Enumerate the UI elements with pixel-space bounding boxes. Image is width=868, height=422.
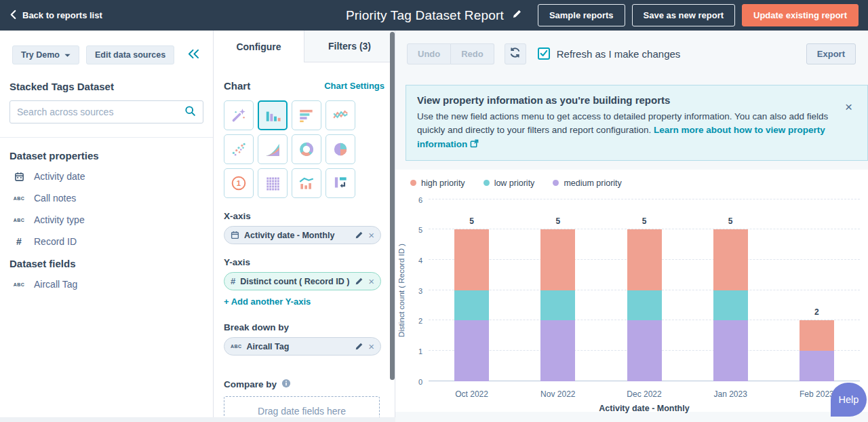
help-button[interactable]: Help (831, 383, 867, 417)
search-icon[interactable] (184, 105, 196, 119)
legend-item-medium-priority[interactable]: medium priority (553, 178, 621, 188)
info-icon[interactable] (281, 379, 291, 390)
bar-segment-medium-priority[interactable] (454, 320, 489, 381)
refresh-as-changes-checkbox[interactable] (538, 47, 550, 60)
chart-type-table-button[interactable] (258, 168, 288, 198)
tab-filters[interactable]: Filters (3) (304, 31, 395, 62)
sample-reports-button[interactable]: Sample reports (538, 4, 625, 26)
undo-button[interactable]: Undo (407, 43, 451, 64)
horizontal-scroll-track (0, 417, 395, 422)
bar-segment-medium-priority[interactable] (540, 320, 575, 381)
search-sources-box (9, 100, 203, 123)
collapse-sidebar-button[interactable] (186, 47, 201, 62)
line-icon (332, 107, 349, 124)
y-tick-label: 2 (406, 317, 422, 325)
chart-type-combo-button[interactable] (292, 168, 321, 198)
list-item-record-id[interactable]: #Record ID (0, 231, 213, 252)
bar-total-label: 5 (713, 216, 747, 226)
bar-segment-high-priority[interactable] (800, 320, 834, 351)
bar-segment-low-priority[interactable] (713, 290, 748, 321)
legend-label: medium priority (564, 178, 621, 188)
try-demo-dropdown[interactable]: Try Demo (12, 45, 79, 64)
bar-segment-medium-priority[interactable] (800, 351, 834, 381)
legend-item-low-priority[interactable]: low priority (484, 178, 535, 188)
refresh-button[interactable] (505, 43, 526, 64)
area-icon (264, 140, 281, 158)
legend-item-high-priority[interactable]: high priority (410, 178, 465, 188)
x-axis-chip[interactable]: Activity date - Monthly × (224, 226, 381, 244)
chart-type-flow-button[interactable] (326, 168, 355, 198)
remove-y-axis-icon[interactable]: × (368, 276, 374, 286)
y-tick-label: 6 (406, 196, 422, 204)
chart-settings-link[interactable]: Chart Settings (324, 81, 384, 91)
bar-segment-high-priority[interactable] (540, 229, 575, 290)
bar-segment-high-priority[interactable] (454, 229, 489, 290)
number-hash-icon: # (13, 236, 25, 247)
chart-type-area-button[interactable] (258, 134, 288, 164)
edit-pencil-icon[interactable] (355, 231, 363, 239)
update-existing-report-button[interactable]: Update existing report (742, 4, 859, 26)
list-item-aircall-tag[interactable]: ABCAircall Tag (0, 273, 213, 295)
list-item-label: Activity date (34, 171, 85, 182)
bar-icon (298, 107, 315, 124)
search-input[interactable] (17, 107, 184, 117)
edit-data-sources-button[interactable]: Edit data sources (86, 45, 174, 64)
bar-segment-low-priority[interactable] (540, 290, 575, 321)
data-sources-sidebar: Try Demo Edit data sources Stacked Tags … (0, 31, 214, 422)
x-tick-label: Oct 2022 (441, 389, 502, 399)
edit-title-pencil-icon[interactable] (512, 9, 522, 22)
external-link-icon (470, 139, 479, 149)
single-value-icon: 1 (230, 174, 248, 192)
x-axis-chip-label: Activity date - Monthly (244, 231, 350, 240)
chart-type-scatter-button[interactable] (224, 134, 254, 164)
chart-type-pie-button[interactable] (326, 134, 355, 164)
y-axis-chip[interactable]: # Distinct count ( Record ID ) × (224, 272, 381, 290)
chart-type-single-value-button[interactable]: 1 (224, 168, 254, 198)
banner-close-icon[interactable]: × (845, 100, 852, 113)
chart-type-line-button[interactable] (326, 100, 355, 130)
back-to-reports-link[interactable]: Back to reports list (9, 9, 102, 22)
list-item-call-notes[interactable]: ABCCall notes (0, 187, 213, 209)
export-button[interactable]: Export (806, 43, 856, 64)
stacked-bar-chart: Distinct count ( Record ID ) Activity da… (429, 199, 860, 381)
break-down-chip[interactable]: ABC Aircall Tag × (224, 337, 381, 356)
bar-total-label: 2 (800, 307, 833, 317)
bar-segment-low-priority[interactable] (454, 290, 489, 321)
list-item-activity-date[interactable]: Activity date (0, 166, 213, 187)
tab-configure[interactable]: Configure (214, 31, 304, 62)
bar-total-label: 5 (541, 216, 575, 226)
bar-segment-medium-priority[interactable] (627, 320, 662, 381)
redo-button[interactable]: Redo (451, 43, 494, 64)
pie-icon (332, 140, 349, 158)
x-axis-label: X-axis (224, 211, 384, 221)
chart-section-title: Chart (224, 80, 250, 92)
bar-segment-medium-priority[interactable] (713, 320, 748, 381)
legend-label: high priority (421, 178, 465, 188)
table-icon (264, 174, 281, 192)
y-tick-label: 0 (406, 378, 422, 386)
refresh-checkbox-label[interactable]: Refresh as I make changes (557, 48, 681, 60)
add-another-y-axis-link[interactable]: + Add another Y-axis (224, 296, 311, 307)
scatter-icon (230, 140, 248, 158)
chart-type-magic-wand-button[interactable] (224, 100, 254, 130)
chart-type-column-button[interactable] (258, 100, 288, 130)
preview-toolbar: Undo Redo Refresh as I make changes Expo… (395, 35, 868, 73)
remove-break-down-icon[interactable]: × (368, 341, 374, 351)
chart-type-donut-button[interactable] (292, 134, 321, 164)
back-link-label: Back to reports list (22, 10, 102, 20)
text-abc-icon: ABC (13, 282, 25, 287)
chart-type-bar-button[interactable] (292, 100, 321, 130)
edit-pencil-icon[interactable] (355, 277, 363, 286)
panel-scrollbar[interactable] (390, 32, 395, 380)
donut-icon (298, 140, 315, 158)
list-item-activity-type[interactable]: ABCActivity type (0, 209, 213, 231)
bar-segment-high-priority[interactable] (713, 229, 748, 290)
save-as-new-report-button[interactable]: Save as new report (632, 4, 736, 26)
bar-segment-low-priority[interactable] (627, 290, 662, 321)
bar-segment-high-priority[interactable] (627, 229, 662, 290)
remove-x-axis-icon[interactable]: × (368, 230, 374, 240)
edit-pencil-icon[interactable] (355, 342, 363, 351)
calendar-icon (13, 172, 25, 182)
bar-total-label: 5 (627, 216, 661, 226)
dataset-properties-list: Activity dateABCCall notesABCActivity ty… (0, 166, 213, 252)
